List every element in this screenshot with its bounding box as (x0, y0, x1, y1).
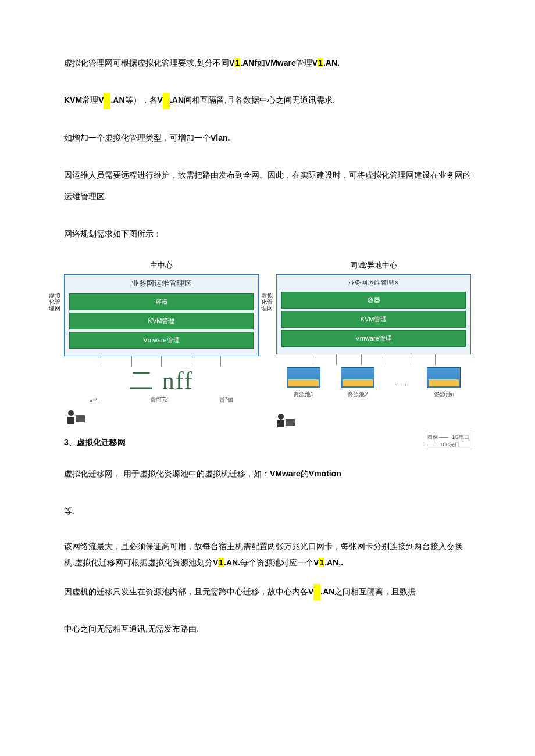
svg-point-0 (68, 410, 74, 416)
text-bold: Vlan. (211, 133, 230, 142)
connector-line (361, 354, 362, 365)
text-bold: KVM (64, 95, 82, 105)
text: 如增加一个虚拟化管理类型，可增加一个 (64, 133, 211, 142)
bar-container: 容器 (281, 292, 466, 309)
pool-box (341, 367, 374, 388)
bar-kvm: KVM管理 (281, 311, 466, 328)
pool-label: 资源池n (434, 391, 455, 397)
diagram-right-title: 同城/异地中心 (276, 260, 471, 271)
text: 的 (301, 469, 309, 478)
pool-box (287, 367, 320, 388)
text: 虚拟化管理网可根据虚拟化管理要求,划分不同 (64, 58, 229, 67)
highlight: 1 (319, 558, 324, 567)
pool-ellipsis: …… (395, 380, 406, 386)
connector-line (191, 356, 191, 367)
paragraph-10: 中心之间无需相互通讯,无需发布路由. (64, 618, 471, 639)
text-bold: Vmotion (309, 469, 341, 478)
connector-line (220, 356, 221, 367)
bar-container: 容器 (69, 293, 254, 310)
paragraph-5: 网络规划需求如下图所示： (64, 223, 471, 244)
text: 常理 (82, 95, 98, 105)
pool-n: 资源池n (427, 367, 461, 399)
diagram-left: 主中心 虚拟化管理网 业务网运维管理区 容器 KVM管理 Vmware管理 二 … (64, 260, 259, 425)
bar-vmware: Vmware管理 (281, 330, 466, 347)
connector-line (386, 354, 386, 365)
connector-line (161, 356, 162, 367)
connector-line (102, 356, 102, 367)
admin-icon (274, 411, 297, 429)
foot-c: 贵*伽 (219, 396, 233, 404)
text: 管理 (296, 58, 312, 67)
panel-vlabel: 虚拟化管理网 (259, 292, 274, 311)
panel-right: 虚拟化管理网 业务网运维管理区 容器 KVM管理 Vmware管理 (276, 274, 471, 354)
text-bold: V (313, 558, 319, 567)
connectors (64, 356, 259, 367)
text: 等），各 (125, 95, 158, 105)
highlight-bar (104, 93, 110, 109)
highlight: 1 (318, 58, 323, 67)
text-bold: .AN (110, 95, 124, 105)
connector-line (336, 354, 337, 365)
highlight-bar (313, 584, 320, 600)
legend-box: 图例 1G电口 10G光口 (425, 432, 472, 450)
paragraph-1: 虚拟化管理网可根据虚拟化管理要求,划分不同V1.ANf如VMware管理V1.A… (64, 52, 471, 73)
text: 因虚机的迁移只发生在资源池内部，且无需跨中心迁移，故中心内各 (64, 587, 308, 596)
pools-row: 资源池1 资源池2 …… 资源池n (276, 367, 471, 399)
paragraph-4: 因运维人员需要远程进行维护，故需把路由发布到全网。因此，在实际建设时，可将虚拟化… (64, 164, 471, 207)
text-bold: V (98, 95, 104, 105)
connector-line (131, 356, 132, 367)
text-bold: V (158, 95, 163, 105)
paragraph-7: 等. (64, 500, 471, 521)
pool-inner (288, 379, 319, 386)
text-bold: .AN (320, 587, 334, 596)
text-bold: .AN. (224, 558, 240, 567)
legend-title: 图例 (427, 434, 438, 440)
paragraph-9: 因虚机的迁移只发生在资源池内部，且无需跨中心迁移，故中心内各V.AN之间相互隔离… (64, 581, 471, 602)
pool-label: 资源池1 (293, 391, 314, 397)
foot-a: «**, (90, 397, 99, 404)
pool-1: 资源池1 (287, 367, 320, 399)
text: 间相互隔留,且各数据中心之间无通讯需求. (184, 95, 335, 105)
text-bold: .AN (170, 95, 184, 105)
pool-inner (429, 379, 459, 386)
paragraph-2: KVM常理V.AN等），各V.AN间相互隔留,且各数据中心之间无通讯需求. (64, 89, 471, 110)
panel-left: 虚拟化管理网 业务网运维管理区 容器 KVM管理 Vmware管理 (64, 274, 259, 356)
text-bold: VMware (270, 469, 301, 478)
paragraph-3: 如增加一个虚拟化管理类型，可增加一个Vlan. (64, 127, 471, 148)
text: 虚拟化迁移网， 用于虚拟化资源池中的虚拟机迁移，如： (64, 469, 270, 478)
pool-2: 资源池2 (341, 367, 374, 399)
legend-item-b: 10G光口 (440, 442, 460, 447)
legend-line-red (427, 445, 437, 445)
svg-rect-4 (277, 420, 284, 427)
connector-line (435, 354, 436, 365)
foot-b: 费#范2 (150, 396, 168, 404)
connectors (276, 354, 471, 365)
diagram-right: 同城/异地中心 虚拟化管理网 业务网运维管理区 容器 KVM管理 Vmware管… (276, 260, 471, 425)
text-bold: V (229, 58, 234, 67)
text-bold: V (312, 58, 318, 67)
text: 每个资源池对应一个 (240, 558, 313, 567)
legend-item-a: 1G电口 (452, 434, 469, 440)
text-bold: .AN,. (324, 558, 343, 567)
highlight-bar (163, 93, 170, 109)
panel-vlabel: 虚拟化管理网 (47, 292, 62, 311)
text: 之间相互隔离，且数据 (334, 587, 416, 596)
admin-icon (64, 407, 87, 426)
text-bold: .ANf (240, 58, 257, 67)
svg-rect-2 (76, 415, 85, 422)
diagram-left-title: 主中心 (64, 260, 259, 271)
connector-line (411, 354, 411, 365)
text-bold: V (308, 587, 313, 596)
text-bold: V (213, 558, 218, 567)
section-3-heading: 3、虚拟化迁移网 (64, 438, 471, 448)
svg-point-3 (278, 414, 284, 420)
highlight: 1 (234, 58, 240, 67)
nff-text: 二 nff (64, 372, 259, 389)
connector-line (312, 354, 312, 365)
bar-vmware: Vmware管理 (69, 332, 254, 349)
bar-kvm: KVM管理 (69, 313, 254, 329)
svg-rect-1 (67, 417, 74, 424)
pool-inner (343, 379, 373, 386)
paragraph-8: 该网络流最大，且必须保证高可用，故每台宿主机需配置两张万兆光口网卡，每张网卡分别… (64, 538, 471, 571)
panel-header: 业务网运维管理区 (68, 277, 255, 291)
